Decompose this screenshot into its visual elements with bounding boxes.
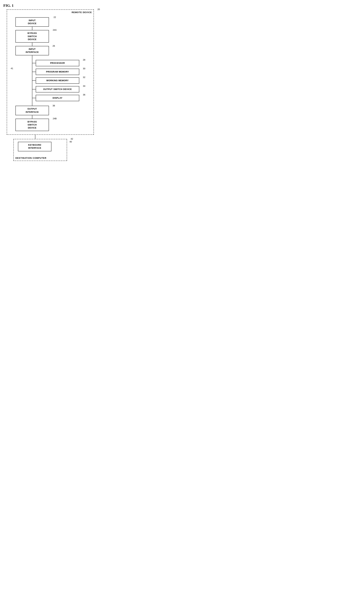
h-conn-output-switch (32, 89, 36, 89)
bus-ref: 41 (11, 67, 13, 70)
input-interface-row: INPUTINTERFACE 26 (15, 46, 49, 55)
vline-1 (32, 27, 32, 30)
display-row: DISPLAY 36 (32, 95, 79, 101)
working-memory-row: WORKING MEMORY 32 (32, 77, 79, 84)
remote-device-box: REMOTE DEVICE 20 INPUTDEVICE 22 BYPASSSW… (7, 9, 94, 135)
keyboard-interface-row: KEYBOARDINTERFACE 40 (18, 142, 64, 151)
vline-3 (32, 55, 32, 59)
input-interface-ref: 26 (53, 45, 55, 47)
h-conn-display (32, 98, 36, 98)
keyboard-interface-ref: 40 (70, 141, 72, 143)
output-interface-box: OUTPUTINTERFACE (15, 106, 49, 115)
working-memory-box: WORKING MEMORY (36, 77, 79, 84)
processor-box: PROCESSOR (36, 60, 79, 66)
input-device-row: INPUTDEVICE 22 (15, 17, 49, 27)
dest-computer-ref: 42 (71, 138, 73, 140)
vline-5 (32, 115, 32, 119)
keyboard-interface-box: KEYBOARDINTERFACE (18, 142, 52, 151)
bypass-switch-a-row: BYPASSSWITCHDEVICE 24A (15, 30, 49, 43)
remote-device-ref: 20 (98, 8, 100, 11)
page-container: FIG. 1 REMOTE DEVICE 20 INPUTDEVICE 22 B… (3, 3, 101, 168)
dest-computer-label: DESTINATION COMPUTER (15, 157, 46, 159)
bus-section: 41 PROCESSOR 28 PROGRAM MEMORY (15, 59, 79, 102)
processor-row: PROCESSOR 28 (32, 60, 79, 66)
dest-computer-box: 42 KEYBOARDINTERFACE 40 DESTINATION COMP… (13, 139, 67, 161)
bypass-switch-a-box: BYPASSSWITCHDEVICE (15, 30, 49, 43)
bypass-switch-a-ref: 24A (53, 29, 57, 31)
h-conn-working-memory (32, 80, 36, 81)
processor-ref: 28 (83, 59, 85, 61)
bypass-switch-b-box: BYPASSSWITCHDEVICE (15, 119, 49, 131)
output-switch-ref: 34 (83, 85, 85, 87)
input-device-ref: 22 (54, 16, 56, 19)
bus-label-container: 41 (15, 59, 32, 102)
program-memory-row: PROGRAM MEMORY 30 (32, 69, 79, 75)
display-ref: 36 (83, 94, 85, 96)
remote-device-label: REMOTE DEVICE (72, 11, 92, 13)
bus-items: PROCESSOR 28 PROGRAM MEMORY 30 WORKING M… (32, 59, 79, 102)
output-interface-ref: 38 (53, 104, 55, 107)
program-memory-box: PROGRAM MEMORY (36, 69, 79, 75)
vline-6 (35, 135, 35, 139)
bypass-switch-b-row: BYPASSSWITCHDEVICE 24B (15, 119, 49, 131)
program-memory-ref: 30 (83, 67, 85, 70)
input-device-box: INPUTDEVICE (15, 17, 49, 27)
working-memory-ref: 32 (83, 76, 85, 79)
vline-2 (32, 43, 32, 46)
display-box: DISPLAY (36, 95, 79, 101)
vline-4 (32, 102, 32, 106)
h-conn-processor (32, 63, 36, 63)
output-switch-box: OUTPUT SWITCH DEVICE (36, 86, 79, 93)
h-conn-program-memory (32, 72, 36, 72)
input-interface-box: INPUTINTERFACE (15, 46, 49, 55)
output-switch-row: OUTPUT SWITCH DEVICE 34 (32, 86, 79, 93)
output-interface-row: OUTPUTINTERFACE 38 (15, 106, 49, 115)
bypass-switch-b-ref: 24B (53, 117, 57, 120)
inner-flow: INPUTDEVICE 22 BYPASSSWITCHDEVICE 24A IN… (10, 12, 90, 131)
fig-label: FIG. 1 (3, 3, 101, 8)
